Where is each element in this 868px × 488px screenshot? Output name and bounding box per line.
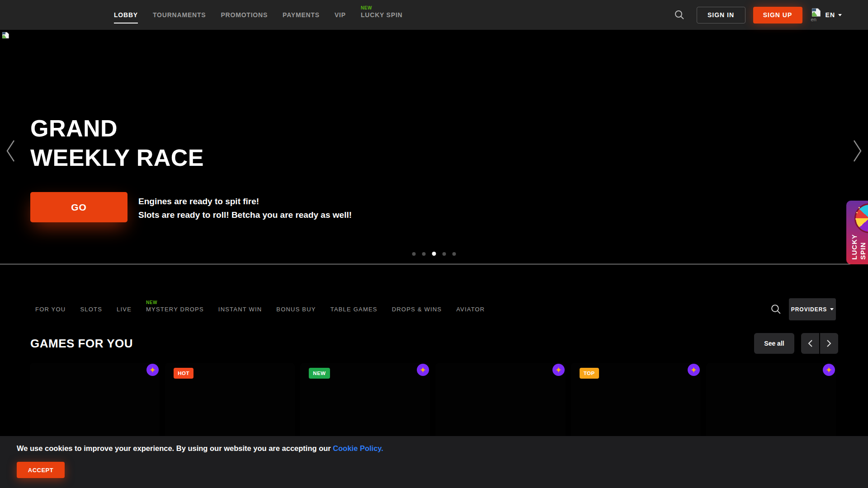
category-label: SLOTS	[80, 306, 102, 313]
sign-in-button[interactable]: SIGN IN	[697, 7, 745, 23]
category-live[interactable]: LIVE	[117, 306, 132, 313]
sparkle-icon	[823, 364, 835, 376]
hero-broken-image-icon	[2, 32, 9, 41]
category-label: DROPS & WINS	[392, 306, 442, 313]
chevron-down-icon	[830, 308, 834, 310]
carousel-dot-2[interactable]	[422, 252, 426, 256]
nav-item-label: VIP	[335, 11, 346, 19]
sparkle-icon	[417, 364, 429, 376]
category-drops-wins[interactable]: DROPS & WINS	[392, 306, 442, 313]
games-prev-button[interactable]	[801, 333, 819, 354]
category-slots[interactable]: SLOTS	[80, 306, 102, 313]
new-label: NEW	[361, 5, 372, 10]
carousel-dot-1[interactable]	[412, 252, 416, 256]
lucky-spin-label-line2: SPIN	[859, 234, 868, 260]
category-instant-win[interactable]: INSTANT WIN	[218, 306, 262, 313]
nav-item-label: PROMOTIONS	[221, 11, 268, 19]
sparkle-icon	[688, 364, 700, 376]
new-label: NEW	[146, 300, 157, 305]
page: LOBBYTOURNAMENTSPROMOTIONSPAYMENTSVIPNEW…	[0, 0, 868, 488]
nav-item-label: PAYMENTS	[283, 11, 320, 19]
category-bar: FOR YOUSLOTSLIVENEWMYSTERY DROPSINSTANT …	[0, 298, 868, 320]
lucky-spin-label-line1: LUCKY	[850, 234, 859, 260]
carousel-dots	[412, 252, 456, 256]
sparkle-icon	[146, 364, 159, 376]
games-next-button[interactable]	[820, 333, 838, 354]
nav-item-vip[interactable]: VIP	[335, 11, 346, 19]
carousel-dot-5[interactable]	[453, 252, 456, 256]
category-nav: FOR YOUSLOTSLIVENEWMYSTERY DROPSINSTANT …	[35, 306, 485, 313]
lucky-spin-tab[interactable]: LUCKY SPIN	[846, 201, 868, 264]
nav-item-label: LUCKY SPIN	[361, 11, 403, 19]
category-label: FOR YOU	[35, 306, 66, 313]
category-for-you[interactable]: FOR YOU	[35, 306, 66, 313]
providers-label: PROVIDERS	[791, 306, 827, 313]
hero-subtitle-line2: Slots are ready to roll! Betcha you are …	[138, 208, 352, 222]
providers-dropdown[interactable]: PROVIDERS	[789, 298, 836, 320]
category-label: LIVE	[117, 306, 132, 313]
carousel-dot-4[interactable]	[443, 252, 446, 256]
magnifier-glyph	[674, 9, 685, 20]
category-label: TABLE GAMES	[330, 306, 377, 313]
lucky-spin-tab-label: LUCKY SPIN	[850, 234, 868, 260]
carousel-dot-3[interactable]	[432, 252, 436, 256]
magnifier-glyph	[770, 304, 782, 315]
game-badge-hot: HOT	[174, 368, 193, 379]
category-label: AVIATOR	[456, 306, 485, 313]
category-bonus-buy[interactable]: BONUS BUY	[276, 306, 316, 313]
nav-item-tournaments[interactable]: TOURNAMENTS	[153, 11, 206, 19]
go-button[interactable]: GO	[30, 192, 127, 222]
flag-alt-text: en	[811, 17, 816, 22]
category-table-games[interactable]: TABLE GAMES	[330, 306, 377, 313]
chevron-right-icon	[852, 138, 863, 164]
games-search-icon[interactable]	[770, 304, 782, 315]
top-bar: LOBBYTOURNAMENTSPROMOTIONSPAYMENTSVIPNEW…	[0, 0, 868, 30]
language-selector[interactable]: EN	[826, 11, 842, 19]
chevron-down-icon	[838, 14, 842, 16]
search-icon[interactable]	[674, 9, 685, 20]
language-code: EN	[826, 11, 835, 19]
nav-item-promotions[interactable]: PROMOTIONS	[221, 11, 268, 19]
section-title: GAMES FOR YOU	[30, 337, 133, 351]
hero-banner: GRAND WEEKLY RACE GO Engines are ready t…	[0, 30, 868, 264]
game-badge-top: TOP	[580, 368, 599, 379]
nav-item-lobby[interactable]: LOBBY	[114, 11, 138, 19]
category-label: BONUS BUY	[276, 306, 316, 313]
main-nav: LOBBYTOURNAMENTSPROMOTIONSPAYMENTSVIPNEW…	[114, 11, 403, 19]
cookie-message: We use cookies to improve your experienc…	[17, 444, 383, 453]
hero-title-line1: GRAND	[30, 114, 204, 143]
nav-item-payments[interactable]: PAYMENTS	[283, 11, 320, 19]
see-all-button[interactable]: See all	[754, 333, 794, 354]
nav-item-lucky-spin[interactable]: NEWLUCKY SPIN	[361, 11, 403, 19]
hero-title-line2: WEEKLY RACE	[30, 143, 204, 173]
games-pager	[801, 333, 838, 354]
sparkle-icon	[552, 364, 565, 376]
hero-subtitle-line1: Engines are ready to spit fire!	[138, 195, 352, 208]
chevron-right-icon	[826, 339, 832, 347]
cookie-message-text: We use cookies to improve your experienc…	[17, 444, 331, 452]
cookie-policy-link[interactable]: Cookie Policy.	[333, 444, 383, 452]
nav-item-label: LOBBY	[114, 11, 138, 19]
category-label: MYSTERY DROPS	[146, 306, 204, 313]
category-aviator[interactable]: AVIATOR	[456, 306, 485, 313]
hero-next-button[interactable]	[852, 138, 863, 165]
category-mystery-drops[interactable]: NEWMYSTERY DROPS	[146, 306, 204, 313]
hero-title: GRAND WEEKLY RACE	[30, 114, 204, 173]
hero-prev-button[interactable]	[5, 138, 16, 165]
cookie-banner: We use cookies to improve your experienc…	[0, 436, 868, 488]
nav-item-label: TOURNAMENTS	[153, 11, 206, 19]
category-label: INSTANT WIN	[218, 306, 262, 313]
chevron-left-icon	[807, 339, 813, 347]
chevron-left-icon	[5, 138, 16, 164]
sign-up-button[interactable]: SIGN UP	[753, 7, 802, 23]
game-badge-new: NEW	[309, 368, 330, 379]
broken-image-icon	[811, 8, 821, 17]
hero-subtitle: Engines are ready to spit fire! Slots ar…	[138, 195, 352, 222]
fortune-wheel-icon	[854, 203, 868, 233]
header-right: SIGN IN SIGN UP en EN	[674, 7, 868, 23]
language-flag-broken-image: en	[811, 8, 821, 22]
accept-cookies-button[interactable]: ACCEPT	[17, 462, 65, 478]
